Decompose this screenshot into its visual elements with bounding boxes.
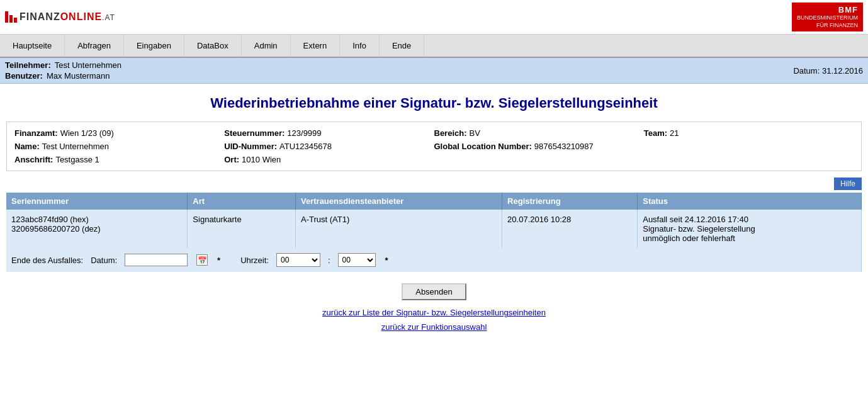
logo-left: FINANZONLINE.AT [5, 11, 115, 23]
cell-status: Ausfall seit 24.12.2016 17:40 Signatur- … [638, 210, 862, 248]
bereich-row: Bereich: BV [434, 128, 644, 138]
hilfe-button[interactable]: Hilfe [834, 178, 862, 190]
ausfall-label: Ende des Ausfalles: [11, 256, 83, 265]
info-section: Finanzamt: Wien 1/23 (09) Steuernummer: … [6, 121, 862, 171]
steuernummer-row: Steuernummer: 123/9999 [224, 128, 434, 138]
logo-fin: FINANZ [20, 11, 60, 22]
table-row: 123abc874fd90 (hex) 320695686200720 (dez… [6, 210, 862, 248]
page-title: Wiederinbetriebnahme einer Signatur- bzw… [6, 95, 862, 111]
nav-info[interactable]: Info [340, 35, 380, 57]
cell-anbieter: A-Trust (AT1) [296, 210, 502, 248]
col-art: Art [188, 193, 296, 210]
steuernummer-value: 123/9999 [287, 128, 321, 138]
uid-value: ATU12345678 [279, 142, 332, 151]
gln-label: Global Location Number: [434, 142, 532, 151]
cell-registrierung: 20.07.2016 10:28 [502, 210, 638, 248]
name-label: Name: [14, 142, 40, 151]
calendar-icon[interactable]: 📅 [196, 254, 208, 266]
main-content: Wiederinbetriebnahme einer Signatur- bzw… [0, 95, 868, 349]
status-line2: Signatur- bzw. Siegelerstellung [643, 224, 755, 234]
hilfe-row: Hilfe [6, 178, 862, 190]
anschrift-value: Testgasse 1 [55, 155, 99, 164]
nav-admin[interactable]: Admin [242, 35, 291, 57]
nav-hauptseite[interactable]: Hauptseite [0, 35, 65, 57]
steuernummer-label: Steuernummer: [224, 128, 285, 138]
col-anbieter: Vertrauensdiensteanbieter [296, 193, 502, 210]
datum-label: Datum: [793, 66, 820, 76]
link-function[interactable]: zurück zur Funktionsauswahl [6, 322, 862, 332]
anschrift-label: Anschrift: [14, 155, 53, 164]
uid-label: UID-Nummer: [224, 142, 277, 151]
nav-eingaben[interactable]: Eingaben [124, 35, 184, 57]
col-registrierung: Registrierung [502, 193, 638, 210]
nav-abfragen[interactable]: Abfragen [65, 35, 124, 57]
ort-value: 1010 Wien [242, 155, 281, 164]
user-bar: Teilnehmer: Test Unternehmen Benutzer: M… [0, 58, 868, 84]
col-seriennummer: Seriennummer [6, 193, 188, 210]
bmf-title: BMF [838, 5, 858, 14]
anschrift-row: Anschrift: Testgasse 1 [14, 155, 224, 164]
gln-row: Global Location Number: 9876543210987 [434, 142, 854, 151]
datum-required-star: * [217, 256, 220, 265]
logo-right: BMF BUNDESMINISTERIUM FÜR FINANZEN [792, 3, 863, 31]
btn-row: Absenden [6, 283, 862, 300]
nav-extern[interactable]: Extern [291, 35, 341, 57]
cell-serial: 123abc874fd90 (hex) 320695686200720 (dez… [6, 210, 188, 248]
nav-ende[interactable]: Ende [380, 35, 424, 57]
ausfall-row: Ende des Ausfalles: Datum: 📅 * Uhrzeit: … [6, 248, 862, 272]
ort-row: Ort: 1010 Wien [224, 155, 434, 164]
submit-button[interactable]: Absenden [402, 283, 466, 300]
links-section: zurück zur Liste der Signatur- bzw. Sieg… [6, 308, 862, 332]
benutzer-value: Max Mustermann [47, 71, 110, 81]
status-line3: unmöglich oder fehlerhaft [643, 234, 735, 243]
serial-line1: 123abc874fd90 (hex) [11, 215, 89, 224]
bereich-label: Bereich: [434, 128, 467, 138]
ausfall-cell: Ende des Ausfalles: Datum: 📅 * Uhrzeit: … [6, 248, 862, 272]
col-status: Status [638, 193, 862, 210]
teilnehmer-label: Teilnehmer: [5, 60, 51, 70]
datum-input[interactable] [125, 254, 188, 266]
name-row: Name: Test Unternehmen [14, 142, 224, 151]
data-table: Seriennummer Art Vertrauensdiensteanbiet… [6, 193, 862, 272]
header: FINANZONLINE.AT BMF BUNDESMINISTERIUM FÜ… [0, 0, 868, 35]
status-line1: Ausfall seit 24.12.2016 17:40 [643, 215, 748, 224]
nav: Hauptseite Abfragen Eingaben DataBox Adm… [0, 35, 868, 58]
uid-row: UID-Nummer: ATU12345678 [224, 142, 434, 151]
cell-art: Signaturkarte [188, 210, 296, 248]
datum-label: Datum: [91, 256, 117, 265]
uhrzeit-select[interactable]: 0001020304050607080910111213141516171819… [276, 253, 320, 267]
uhrzeit-label: Uhrzeit: [240, 256, 269, 265]
user-info: Teilnehmer: Test Unternehmen Benutzer: M… [5, 60, 121, 81]
benutzer-label: Benutzer: [5, 71, 43, 81]
teilnehmer-value: Test Unternehmen [55, 60, 121, 70]
gln-value: 9876543210987 [534, 142, 594, 151]
logo-online: ONLINE [60, 11, 102, 22]
team-row: Team: 21 [644, 128, 854, 138]
finanzamt-value: Wien 1/23 (09) [60, 128, 114, 138]
uhrzeit-required-star: * [385, 256, 388, 265]
datum-value: 31.12.2016 [822, 66, 863, 76]
finanzamt-row: Finanzamt: Wien 1/23 (09) [14, 128, 224, 138]
name-value: Test Unternehmen [42, 142, 109, 151]
logo-at: .AT [102, 13, 115, 22]
logo-bars [5, 11, 17, 23]
team-value: 21 [670, 128, 679, 138]
minute-select[interactable]: 000510152025303540455055 [338, 253, 376, 267]
date-display: Datum: 31.12.2016 [793, 66, 863, 76]
colon: : [328, 256, 330, 265]
serial-line2: 320695686200720 (dez) [11, 224, 101, 234]
team-label: Team: [644, 128, 667, 138]
link-list[interactable]: zurück zur Liste der Signatur- bzw. Sieg… [6, 308, 862, 317]
logo-text: FINANZONLINE.AT [20, 11, 115, 23]
bereich-value: BV [470, 128, 480, 138]
ort-label: Ort: [224, 155, 239, 164]
bmf-sub: BUNDESMINISTERIUM FÜR FINANZEN [797, 14, 858, 29]
nav-databox[interactable]: DataBox [184, 35, 242, 57]
finanzamt-label: Finanzamt: [14, 128, 58, 138]
